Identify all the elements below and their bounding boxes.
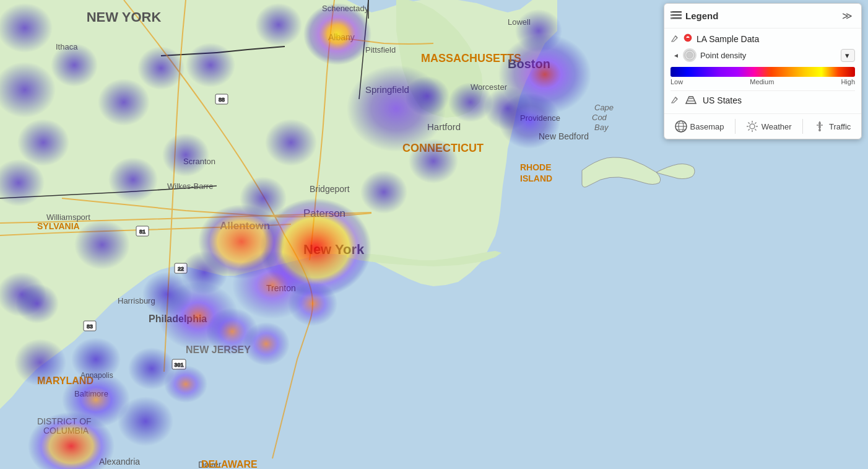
svg-point-83 [98, 79, 150, 126]
svg-point-124 [687, 52, 693, 58]
legend-title: Legend [685, 11, 718, 21]
legend-layer-row-la-sample: LA Sample Data [671, 33, 855, 45]
svg-text:Bay: Bay [594, 123, 609, 132]
svg-rect-117 [671, 14, 672, 16]
traffic-button[interactable]: Traffic [809, 118, 856, 135]
svg-point-106 [515, 9, 562, 53]
svg-point-94 [71, 338, 121, 381]
svg-text:SYLVANIA: SYLVANIA [37, 221, 80, 231]
pencil-icon [671, 35, 679, 43]
svg-text:Cod: Cod [592, 113, 607, 122]
density-dropdown-button[interactable]: ▾ [841, 49, 855, 62]
gradient-medium-label: Medium [750, 78, 774, 85]
svg-point-145 [818, 122, 821, 125]
svg-point-103 [405, 76, 449, 116]
svg-point-91 [74, 220, 130, 270]
gradient-low-label: Low [671, 78, 683, 85]
point-density-label: Point density [700, 51, 837, 60]
svg-line-140 [755, 129, 756, 130]
svg-line-125 [675, 97, 677, 99]
svg-point-93 [162, 133, 209, 177]
svg-point-108 [498, 93, 560, 149]
svg-point-82 [51, 43, 98, 87]
svg-marker-126 [686, 97, 696, 103]
legend-divider [671, 90, 855, 91]
basemap-button[interactable]: Basemap [670, 118, 729, 135]
pin-icon [683, 33, 693, 45]
gradient-bar [671, 67, 855, 77]
weather-sun-icon [746, 120, 758, 133]
svg-point-92 [108, 157, 158, 202]
legend-panel: Legend ≫ LA Sample Data ◄ [664, 3, 862, 139]
footer-divider-2 [802, 119, 803, 134]
svg-point-112 [288, 281, 337, 326]
legend-footer: Basemap Weather [664, 113, 861, 139]
svg-point-89 [14, 339, 66, 386]
legend-sub-row-density: ◄ Point density ▾ [671, 48, 855, 62]
svg-line-142 [748, 129, 749, 130]
svg-point-81 [17, 119, 69, 166]
globe-icon [675, 120, 687, 133]
svg-text:Pittsfield: Pittsfield [365, 45, 396, 55]
svg-text:RHODE: RHODE [520, 162, 552, 172]
triangle-icon: ◄ [673, 52, 679, 59]
svg-point-134 [750, 124, 755, 129]
svg-rect-116 [671, 11, 672, 13]
svg-text:Bridgeport: Bridgeport [310, 184, 350, 194]
us-states-label: US States [703, 95, 742, 105]
legend-collapse-button[interactable]: ≫ [840, 9, 855, 23]
svg-text:Williamsport: Williamsport [46, 213, 90, 222]
legend-us-states-row: US States [671, 95, 855, 106]
svg-point-101 [360, 170, 407, 214]
svg-point-102 [409, 139, 458, 183]
weather-label: Weather [762, 122, 792, 131]
svg-point-147 [818, 129, 821, 131]
svg-point-98 [142, 272, 192, 317]
pencil-icon-states [671, 96, 679, 105]
gradient-high-label: High [841, 78, 855, 85]
traffic-icon [814, 120, 826, 133]
svg-line-141 [755, 123, 756, 124]
svg-text:88: 88 [219, 97, 225, 103]
legend-list-icon [671, 11, 682, 21]
footer-divider-1 [735, 119, 736, 134]
traffic-label: Traffic [829, 122, 851, 131]
gradient-labels: Low Medium High [671, 78, 855, 85]
svg-text:Wilkes-Barre: Wilkes-Barre [167, 182, 213, 191]
svg-text:ISLAND: ISLAND [520, 173, 552, 183]
svg-text:DELAWARE: DELAWARE [201, 459, 258, 469]
svg-point-85 [186, 43, 235, 87]
dropdown-arrow-icon: ▾ [845, 51, 849, 60]
svg-point-86 [255, 3, 302, 46]
svg-text:NEW YORK: NEW YORK [87, 9, 162, 25]
states-map-icon [684, 95, 698, 106]
svg-point-111 [243, 322, 290, 366]
svg-point-78 [303, 3, 371, 65]
svg-line-139 [748, 123, 749, 124]
svg-point-90 [15, 284, 59, 323]
svg-text:81: 81 [139, 229, 145, 235]
la-sample-label: LA Sample Data [697, 34, 759, 44]
density-circle-icon [683, 48, 697, 62]
basemap-label: Basemap [690, 122, 724, 131]
svg-point-84 [137, 46, 184, 90]
weather-button[interactable]: Weather [741, 118, 797, 135]
svg-text:83: 83 [87, 323, 93, 330]
svg-point-96 [118, 397, 173, 446]
svg-point-146 [818, 126, 821, 128]
svg-line-119 [675, 36, 677, 38]
svg-point-110 [164, 366, 207, 403]
legend-header: Legend ≫ [664, 4, 861, 28]
svg-rect-118 [671, 17, 672, 19]
svg-point-100 [265, 119, 317, 166]
svg-point-99 [240, 177, 287, 220]
svg-text:Cape: Cape [594, 103, 614, 112]
